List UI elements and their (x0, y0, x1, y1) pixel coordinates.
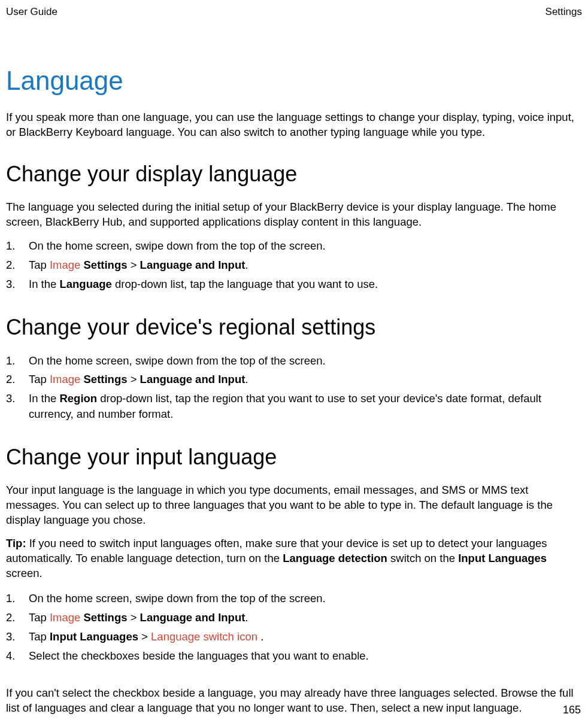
step-text: On the home screen, swipe down from the … (29, 239, 326, 252)
step-text: On the home screen, swipe down from the … (29, 354, 326, 367)
intro-paragraph: If you speak more than one language, you… (6, 110, 582, 140)
language-label: Language (59, 278, 111, 290)
step-text: On the home screen, swipe down from the … (29, 592, 326, 605)
language-detection-label: Language detection (283, 552, 387, 564)
separator-gt: > (128, 373, 140, 385)
step-text-a: In the (29, 392, 59, 405)
section2-title: Change your device's regional settings (6, 315, 582, 340)
step-number: 1. (6, 591, 23, 606)
step-text-tap: Tap (29, 259, 50, 271)
region-label: Region (59, 392, 97, 405)
settings-label: Settings (84, 611, 128, 624)
section1-steps: 1. On the home screen, swipe down from t… (6, 238, 582, 292)
settings-icon: Image (50, 259, 84, 271)
step-number: 1. (6, 353, 23, 369)
step-number: 4. (6, 648, 23, 664)
step-number: 3. (6, 277, 23, 292)
settings-label: Settings (84, 373, 128, 385)
step-number: 3. (6, 391, 23, 406)
step-text-c: drop-down list, tap the language that yo… (112, 278, 378, 290)
step-text-c: drop-down list, tap the region that you … (29, 392, 541, 420)
settings-label: Settings (84, 259, 128, 271)
input-languages-label: Input Languages (458, 552, 547, 564)
step-number: 2. (6, 257, 23, 273)
header-right: Settings (545, 6, 582, 18)
separator-gt: > (128, 259, 140, 271)
section3-title: Change your input language (6, 445, 582, 470)
section3-step1: 1. On the home screen, swipe down from t… (6, 591, 582, 606)
step-number: 2. (6, 372, 23, 387)
section3-steps: 1. On the home screen, swipe down from t… (6, 591, 582, 664)
period: . (245, 259, 248, 271)
section3-intro: Your input language is the language in w… (6, 483, 582, 528)
section1-step1: 1. On the home screen, swipe down from t… (6, 238, 582, 254)
section2-step3: 3. In the Region drop-down list, tap the… (6, 391, 582, 422)
section2-step1: 1. On the home screen, swipe down from t… (6, 353, 582, 369)
step-text-tap: Tap (29, 611, 50, 624)
settings-icon: Image (50, 373, 84, 385)
section2-step2: 2. Tap Image Settings > Language and Inp… (6, 372, 582, 387)
language-input-label: Language and Input (140, 259, 245, 271)
section3-step3: 3. Tap Input Languages > Language switch… (6, 629, 582, 645)
step-text: Select the checkboxes beside the languag… (29, 649, 369, 662)
input-languages-label: Input Languages (50, 630, 138, 643)
header-left: User Guide (6, 6, 57, 18)
section3-step2: 2. Tap Image Settings > Language and Inp… (6, 610, 582, 625)
section1-intro: The language you selected during the ini… (6, 200, 582, 230)
section3-step4: 4. Select the checkboxes beside the lang… (6, 648, 582, 664)
tip-label: Tip: (6, 537, 26, 549)
section1-title: Change your display language (6, 162, 582, 187)
language-switch-icon: Language switch icon (151, 630, 260, 643)
page-header: User Guide Settings (6, 6, 582, 18)
separator-gt: > (128, 611, 140, 624)
section3-closing: If you can't select the checkbox beside … (6, 686, 582, 716)
section1-step2: 2. Tap Image Settings > Language and Inp… (6, 257, 582, 273)
period: . (245, 611, 248, 624)
period: . (260, 630, 263, 643)
step-number: 1. (6, 238, 23, 254)
separator-gt: > (138, 630, 151, 643)
page-number: 165 (563, 704, 581, 716)
step-number: 2. (6, 610, 23, 625)
settings-icon: Image (50, 611, 84, 624)
step-text-a: Tap (29, 630, 50, 643)
step-number: 3. (6, 629, 23, 645)
tip-text-c: switch on the (387, 552, 458, 564)
section2-steps: 1. On the home screen, swipe down from t… (6, 353, 582, 423)
page-title: Language (6, 66, 582, 96)
section3-tip: Tip: If you need to switch input languag… (6, 536, 582, 581)
step-text-a: In the (29, 278, 59, 290)
step-text-tap: Tap (29, 373, 50, 385)
tip-text-e: screen. (6, 567, 43, 579)
section1-step3: 3. In the Language drop-down list, tap t… (6, 277, 582, 292)
language-input-label: Language and Input (140, 611, 245, 624)
language-input-label: Language and Input (140, 373, 245, 385)
period: . (245, 373, 248, 385)
